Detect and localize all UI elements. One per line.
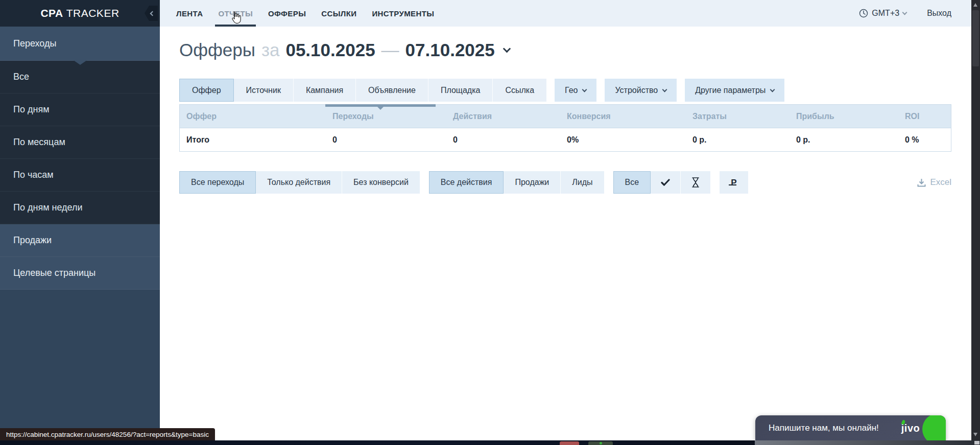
nav-lenta[interactable]: ЛЕНТА bbox=[176, 0, 203, 27]
filter-lidy[interactable]: Лиды bbox=[561, 171, 604, 194]
totals-perehody: 0 bbox=[326, 135, 446, 145]
totals-zatraty: 0 р. bbox=[686, 135, 790, 145]
filter-bez-konversiy[interactable]: Без конверсий bbox=[342, 171, 420, 194]
filter-vse-perehody[interactable]: Все переходы bbox=[179, 171, 256, 194]
device-dropdown[interactable]: Устройство bbox=[605, 79, 677, 102]
nav-instrumenty[interactable]: ИНСТРУМЕНТЫ bbox=[372, 0, 434, 27]
totals-label: Итого bbox=[180, 135, 326, 145]
other-params-label: Другие параметры bbox=[695, 86, 766, 95]
title-preposition: за bbox=[261, 40, 280, 60]
scroll-down-icon[interactable] bbox=[973, 433, 977, 436]
filter-row: Все переходы Только действия Без конверс… bbox=[179, 171, 951, 194]
sidebar-item-celevye-stranicy[interactable]: Целевые страницы bbox=[0, 257, 160, 290]
date-to[interactable]: 07.10.2025 bbox=[405, 40, 495, 60]
chevron-down-icon bbox=[662, 87, 667, 92]
col-pribyl[interactable]: Прибыль bbox=[790, 112, 898, 121]
col-roi[interactable]: ROI bbox=[898, 112, 952, 121]
chat-widget[interactable]: Напишите нам, мы онлайн! jivo bbox=[755, 415, 946, 441]
page-title: Офферы bbox=[179, 40, 255, 60]
tab-istochnik[interactable]: Источник bbox=[234, 79, 294, 102]
top-nav: ЛЕНТА ОТЧЕТЫ ОФФЕРЫ ССЫЛКИ ИНСТРУМЕНТЫ bbox=[160, 0, 434, 27]
totals-konversiya: 0% bbox=[560, 135, 686, 145]
tab-ssylka[interactable]: Ссылка bbox=[493, 79, 546, 102]
logo-bold: CPA bbox=[40, 7, 63, 19]
sidebar-collapse-button[interactable] bbox=[145, 6, 158, 21]
hourglass-icon bbox=[691, 177, 700, 188]
timezone-selector[interactable]: GMT+3 bbox=[859, 9, 906, 18]
dimension-tab-row: Оффер Источник Кампания Объявление Площа… bbox=[179, 79, 784, 102]
sidebar-item-vse[interactable]: Все bbox=[0, 61, 160, 93]
nav-otchety[interactable]: ОТЧЕТЫ bbox=[218, 0, 253, 27]
date-from[interactable]: 05.10.2025 bbox=[285, 40, 375, 60]
sidebar-item-po-chasam[interactable]: По часам bbox=[0, 159, 160, 192]
top-right-controls: GMT+3 Выход bbox=[859, 9, 971, 18]
tab-offer[interactable]: Оффер bbox=[179, 79, 234, 102]
jivo-green-blob bbox=[922, 415, 946, 441]
taskbar-corner bbox=[974, 441, 979, 444]
filter-group-actions: Все действия Продажи Лиды bbox=[429, 171, 604, 194]
filter-vse-deystviya[interactable]: Все действия bbox=[429, 171, 504, 194]
chevron-left-icon bbox=[150, 11, 155, 16]
totals-pribyl: 0 р. bbox=[790, 135, 898, 145]
taskbar-right-segment bbox=[755, 440, 980, 445]
chevron-down-icon bbox=[770, 87, 775, 92]
filter-prodazhi[interactable]: Продажи bbox=[504, 171, 561, 194]
chevron-down-icon bbox=[902, 10, 907, 15]
export-excel-button[interactable]: Excel bbox=[917, 177, 951, 188]
scrollbar-thumb[interactable] bbox=[972, 10, 979, 66]
scroll-up-icon[interactable] bbox=[973, 3, 977, 7]
filter-group-transitions: Все переходы Только действия Без конверс… bbox=[179, 171, 420, 194]
sidebar-item-perehody[interactable]: Переходы bbox=[0, 27, 160, 61]
ruble-icon: Р bbox=[731, 178, 736, 187]
table-row-totals: Итого 0 0 0% 0 р. 0 р. 0 % bbox=[180, 128, 951, 151]
geo-dropdown[interactable]: Гео bbox=[555, 79, 596, 102]
timezone-label: GMT+3 bbox=[872, 9, 899, 18]
jivo-logo: jivo bbox=[901, 423, 920, 434]
other-params-dropdown[interactable]: Другие параметры bbox=[685, 79, 784, 102]
totals-deystviya: 0 bbox=[446, 135, 560, 145]
sidebar-header: CPATRACKER bbox=[0, 0, 160, 27]
sidebar-item-po-mesyacam[interactable]: По месяцам bbox=[0, 126, 160, 159]
filter-group-status: Все bbox=[613, 171, 711, 194]
table-header-row: Оффер Переходы Действия Конверсия Затрат… bbox=[180, 105, 951, 128]
col-perehody[interactable]: Переходы bbox=[326, 112, 446, 121]
taskbar-red-item[interactable] bbox=[560, 441, 579, 445]
sidebar-menu: Переходы Все По дням По месяцам По часам… bbox=[0, 27, 160, 290]
main-content: Офферы за 05.10.2025 — 07.10.2025 Оффер … bbox=[160, 27, 971, 440]
sidebar: CPATRACKER Переходы Все По дням По месяц… bbox=[0, 0, 160, 445]
col-konversiya[interactable]: Конверсия bbox=[560, 112, 686, 121]
sidebar-item-prodazhi[interactable]: Продажи bbox=[0, 224, 160, 257]
filter-status-approved[interactable] bbox=[651, 171, 681, 194]
date-dash: — bbox=[381, 40, 399, 60]
chevron-down-icon bbox=[582, 87, 587, 92]
app-logo: CPATRACKER bbox=[40, 7, 119, 19]
filter-tolko-deystviya[interactable]: Только действия bbox=[256, 171, 342, 194]
sidebar-item-po-dnyam-nedeli[interactable]: По дням недели bbox=[0, 192, 160, 224]
clock-icon bbox=[859, 9, 868, 18]
vertical-scrollbar[interactable] bbox=[971, 0, 980, 440]
browser-status-url: https://cabinet.cpatracker.ru/users/4825… bbox=[0, 428, 215, 440]
totals-roi: 0 % bbox=[898, 135, 952, 145]
tab-ploshchadka[interactable]: Площадка bbox=[428, 79, 493, 102]
export-excel-label: Excel bbox=[930, 177, 951, 188]
logout-link[interactable]: Выход bbox=[927, 9, 951, 18]
nav-offery[interactable]: ОФФЕРЫ bbox=[268, 0, 306, 27]
sidebar-item-po-dnyam[interactable]: По дням bbox=[0, 93, 160, 126]
filter-currency-ruble[interactable]: Р bbox=[720, 171, 748, 194]
col-deystviya[interactable]: Действия bbox=[446, 112, 560, 121]
logo-rest: TRACKER bbox=[66, 7, 119, 19]
report-title: Офферы за 05.10.2025 — 07.10.2025 bbox=[179, 40, 510, 60]
tab-obyavlenie[interactable]: Объявление bbox=[356, 79, 428, 102]
chat-message: Напишите нам, мы онлайн! bbox=[755, 423, 879, 433]
geo-dropdown-label: Гео bbox=[565, 86, 578, 95]
date-range-chevron-icon[interactable] bbox=[503, 44, 511, 53]
taskbar-green-item[interactable] bbox=[588, 441, 613, 445]
tab-kampaniya[interactable]: Кампания bbox=[294, 79, 356, 102]
col-offer[interactable]: Оффер bbox=[180, 112, 326, 121]
report-table: Оффер Переходы Действия Конверсия Затрат… bbox=[179, 104, 951, 152]
taskbar-strip bbox=[0, 440, 980, 445]
filter-status-pending[interactable] bbox=[681, 171, 710, 194]
nav-ssylki[interactable]: ССЫЛКИ bbox=[321, 0, 356, 27]
filter-status-vse[interactable]: Все bbox=[613, 171, 651, 194]
col-zatraty[interactable]: Затраты bbox=[686, 112, 790, 121]
